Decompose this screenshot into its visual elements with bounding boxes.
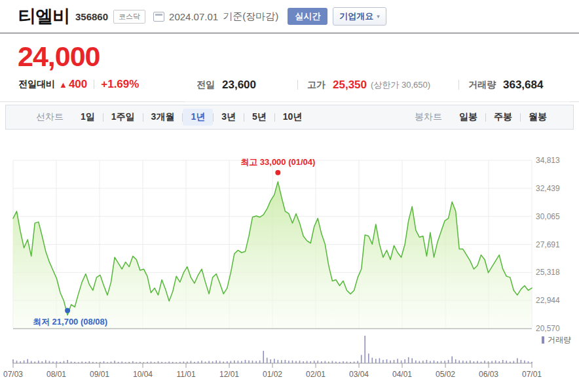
tab-3m[interactable]: 3개월 [143,109,183,126]
volume-value: 363,684 [503,79,543,92]
svg-text:32,439: 32,439 [536,184,560,193]
tab-weekly[interactable]: 주봉 [486,109,520,126]
tab-5y[interactable]: 5년 [244,109,274,126]
price-panel: 24,000 전일대비 ▲ 400 +1.69% 전일 23,600 고가 25… [0,34,579,102]
svg-text:04/01: 04/01 [392,370,412,379]
quote-date: 2024.07.01 [169,11,218,22]
change-label: 전일대비 [18,79,55,90]
prev-close-cell: 전일 23,600 [185,79,297,92]
tab-1d[interactable]: 1일 [73,109,103,126]
tab-3y[interactable]: 3년 [214,109,244,126]
volume-cell: 거래량 363,684 [458,79,579,92]
up-arrow-icon: ▲ [59,80,67,90]
svg-text:34,813: 34,813 [536,156,560,165]
candle-chart-tabs: 봉차트 일봉 주봉 월봉 [415,109,555,126]
calendar-icon [153,12,164,22]
tab-1y[interactable]: 1년 [183,109,213,126]
stock-code: 356860 [75,11,108,22]
svg-text:07/01: 07/01 [522,370,542,379]
divider [458,80,459,90]
volume-legend-label: 거래량 [548,334,571,346]
prev-close-value: 23,600 [222,79,256,92]
volume-bar-icon [542,336,544,344]
svg-text:02/01: 02/01 [306,370,326,379]
change-percent: +1.69% [101,78,139,91]
tab-monthly[interactable]: 월봉 [521,109,555,126]
price-chart: 34,81332,43930,06527,69125,31822,94420,5… [0,147,579,392]
company-overview-label: 기업개요 [339,10,373,22]
svg-text:08/01: 08/01 [47,370,66,379]
chevron-down-icon: ▾ [377,13,380,20]
svg-text:11/01: 11/01 [176,370,195,379]
high-label: 고가 [307,79,326,91]
svg-text:03/04: 03/04 [349,370,369,379]
candle-chart-group-label: 봉차트 [415,111,442,123]
high-cell: 고가 25,350 (상한가 30,650) [297,79,458,92]
stock-header: 티엘비 356860 코스닥 2024.07.01 기준(장마감) 실시간 기업… [0,0,579,33]
line-chart-group-label: 선차트 [36,111,64,123]
svg-text:05/02: 05/02 [436,370,455,379]
stock-name: 티엘비 [18,5,69,28]
chart-tabbar: 선차트 1일 1주일 3개월 1년 3년 5년 10년 봉차트 일봉 주봉 월봉 [5,105,574,130]
tab-10y[interactable]: 10년 [275,109,310,126]
svg-text:01/02: 01/02 [263,370,282,379]
svg-text:최저 21,700 (08/08): 최저 21,700 (08/08) [33,317,107,327]
market-badge: 코스닥 [113,10,145,24]
svg-text:27,691: 27,691 [536,240,560,249]
svg-text:최고 33,000 (01/04): 최고 33,000 (01/04) [240,157,315,167]
svg-text:22,944: 22,944 [536,296,560,305]
price-change-row: 전일대비 ▲ 400 +1.69% [18,78,139,91]
svg-text:07/03: 07/03 [3,370,23,379]
change-value: 400 [69,78,87,91]
high-value: 25,350 [333,79,367,92]
prev-close-label: 전일 [196,79,215,91]
svg-text:10/04: 10/04 [133,370,153,379]
divider [94,80,94,89]
realtime-button[interactable]: 실시간 [288,8,327,25]
svg-text:09/01: 09/01 [90,370,109,379]
svg-text:20,570: 20,570 [536,324,560,333]
svg-text:12/01: 12/01 [219,370,239,379]
price-chart-svg: 34,81332,43930,06527,69125,31822,94420,5… [0,147,579,392]
svg-text:06/03: 06/03 [479,370,498,379]
tab-1w[interactable]: 1주일 [103,109,143,126]
divider [297,80,298,90]
svg-text:25,318: 25,318 [536,268,560,277]
tab-daily[interactable]: 일봉 [451,109,485,126]
volume-legend: 거래량 [542,334,571,346]
line-chart-tabs: 선차트 1일 1주일 3개월 1년 3년 5년 10년 [36,109,310,126]
current-price: 24,000 [18,41,100,73]
svg-text:30,065: 30,065 [536,212,560,221]
upper-limit-value: (상한가 30,650) [371,79,430,91]
quote-date-suffix: 기준(장마감) [223,10,278,23]
company-overview-button[interactable]: 기업개요 ▾ [333,7,386,26]
volume-label: 거래량 [468,79,496,91]
